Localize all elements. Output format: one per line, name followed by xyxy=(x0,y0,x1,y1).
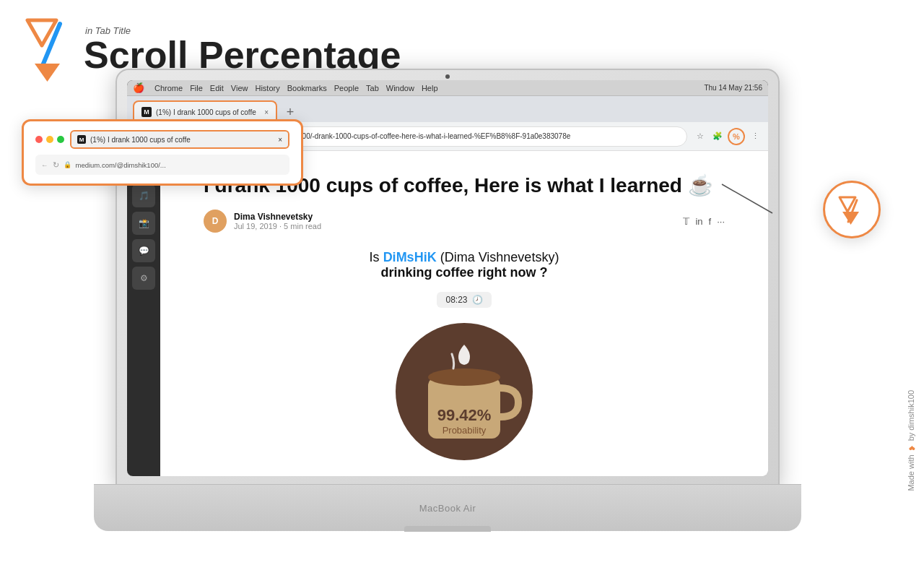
author-info: Dima Vishnevetsky Jul 19, 2019 · 5 min r… xyxy=(234,212,321,230)
cta-highlight: DiMsHiK xyxy=(383,250,437,264)
close-traffic-light[interactable] xyxy=(35,136,43,143)
menu-tab[interactable]: Tab xyxy=(366,84,379,92)
callout-nav-back[interactable]: ← xyxy=(41,161,48,169)
macos-menubar: 🍎 Chrome File Edit View History Bookmark… xyxy=(127,80,768,96)
menu-file[interactable]: File xyxy=(190,84,203,92)
menu-people[interactable]: People xyxy=(334,84,359,92)
menu-chrome[interactable]: Chrome xyxy=(154,84,183,92)
article-date: Jul 19, 2019 · 5 min read xyxy=(234,222,321,230)
svg-marker-12 xyxy=(842,212,859,225)
article-author-row: D Dima Vishnevetsky Jul 19, 2019 · 5 min… xyxy=(204,210,725,233)
sidebar-icon-3[interactable]: 📸 xyxy=(132,212,155,235)
tab-label: (1%) I drank 1000 cups of coffe xyxy=(156,108,260,116)
svg-point-5 xyxy=(428,368,500,386)
svg-text:99.42%: 99.42% xyxy=(437,406,492,424)
laptop-model-label: MacBook Air xyxy=(419,503,476,514)
extensions-icon[interactable]: 🧩 xyxy=(710,129,725,144)
ext-callout xyxy=(823,181,881,238)
chrome-sidebar: 📱 🎵 📸 💬 ⚙ xyxy=(127,151,160,476)
cta-prefix: Is xyxy=(370,250,383,264)
apple-menu[interactable]: 🍎 xyxy=(133,82,144,93)
social-icons: 𝕋 in f ··· xyxy=(683,216,725,227)
time-display: 08:23 🕗 xyxy=(437,292,491,308)
addressbar-actions: ☆ 🧩 % ⋮ xyxy=(693,128,762,145)
menu-window[interactable]: Window xyxy=(386,84,414,92)
svg-text:Probability: Probability xyxy=(443,425,487,436)
logo-title: Scroll Percentage xyxy=(84,36,401,74)
callout-reload[interactable]: ↻ xyxy=(53,160,59,170)
callout-address-bar: ← ↻ 🔒 medium.com/@dimshik100/... xyxy=(35,155,289,175)
tab-close-button[interactable]: × xyxy=(264,108,269,116)
coffee-image: 99.42% Probability xyxy=(392,319,536,464)
menubar-left: 🍎 Chrome File Edit View History Bookmark… xyxy=(133,82,438,93)
twitter-icon[interactable]: 𝕋 xyxy=(683,216,689,227)
menu-history[interactable]: History xyxy=(255,84,279,92)
cta-suffix: drinking coffee right now ? xyxy=(381,265,548,280)
author-name: Dima Vishnevetsky xyxy=(234,212,321,222)
tab-callout: M (1%) I drank 1000 cups of coffe × ← ↻ … xyxy=(22,119,303,186)
callout-url: medium.com/@dimshik100/... xyxy=(76,161,166,169)
made-with: Made with ❤ by dimshik100 xyxy=(906,390,915,491)
coffee-widget: 08:23 🕗 xyxy=(204,292,725,464)
article-content: I drank 1000 cups of coffee, Here is wha… xyxy=(160,151,768,476)
maximize-traffic-light[interactable] xyxy=(57,136,64,143)
laptop-notch xyxy=(404,526,491,532)
sidebar-icon-5[interactable]: ⚙ xyxy=(132,267,155,290)
callout-tab-label: (1%) I drank 1000 cups of coffe xyxy=(90,136,274,144)
camera-dot xyxy=(445,74,450,79)
menu-help[interactable]: Help xyxy=(422,84,438,92)
menubar-right: Thu 14 May 21:56 xyxy=(704,84,762,92)
time-value: 08:23 xyxy=(445,295,467,305)
callout-titlebar: M (1%) I drank 1000 cups of coffe × xyxy=(35,130,289,149)
clock-icon: 🕗 xyxy=(472,295,483,305)
menu-view[interactable]: View xyxy=(231,84,248,92)
menu-dots[interactable]: ⋮ xyxy=(748,129,762,144)
chrome-tabs-bar: M (1%) I drank 1000 cups of coffe × + xyxy=(127,96,768,122)
star-icon[interactable]: ☆ xyxy=(693,129,707,144)
sidebar-icon-2[interactable]: 🎵 xyxy=(132,184,155,207)
menubar-time: Thu 14 May 21:56 xyxy=(704,84,762,92)
logo-icon xyxy=(20,13,78,85)
ext-icon-svg xyxy=(834,191,870,228)
laptop-base: MacBook Air xyxy=(94,484,801,531)
callout-lock-icon: 🔒 xyxy=(64,161,71,168)
medium-icon: M xyxy=(141,107,152,117)
traffic-lights xyxy=(35,136,64,143)
menu-bookmarks[interactable]: Bookmarks xyxy=(287,84,327,92)
minimize-traffic-light[interactable] xyxy=(46,136,53,143)
more-icon[interactable]: ··· xyxy=(717,216,725,227)
scroll-extension-icon[interactable]: % xyxy=(728,128,745,145)
logo-text-area: in Tab Title Scroll Percentage xyxy=(84,25,401,74)
made-with-text: Made with ❤ by dimshik100 xyxy=(906,390,915,491)
callout-tab[interactable]: M (1%) I drank 1000 cups of coffe × xyxy=(70,130,289,149)
svg-marker-2 xyxy=(35,64,60,82)
linkedin-icon[interactable]: in xyxy=(695,216,702,227)
author-avatar: D xyxy=(204,210,227,233)
facebook-icon[interactable]: f xyxy=(709,216,712,227)
chrome-content: 📱 🎵 📸 💬 ⚙ I drank 1000 cups of coffee, H… xyxy=(127,151,768,476)
article-cta: Is DiMsHiK (Dima Vishnevetsky) drinking … xyxy=(204,250,725,280)
sidebar-icon-4[interactable]: 💬 xyxy=(132,239,155,262)
extension-symbol: % xyxy=(733,132,740,141)
callout-tab-close[interactable]: × xyxy=(278,136,282,144)
cta-author: (Dima Vishnevetsky) xyxy=(440,250,559,264)
menu-edit[interactable]: Edit xyxy=(210,84,224,92)
callout-medium-icon: M xyxy=(77,135,86,144)
